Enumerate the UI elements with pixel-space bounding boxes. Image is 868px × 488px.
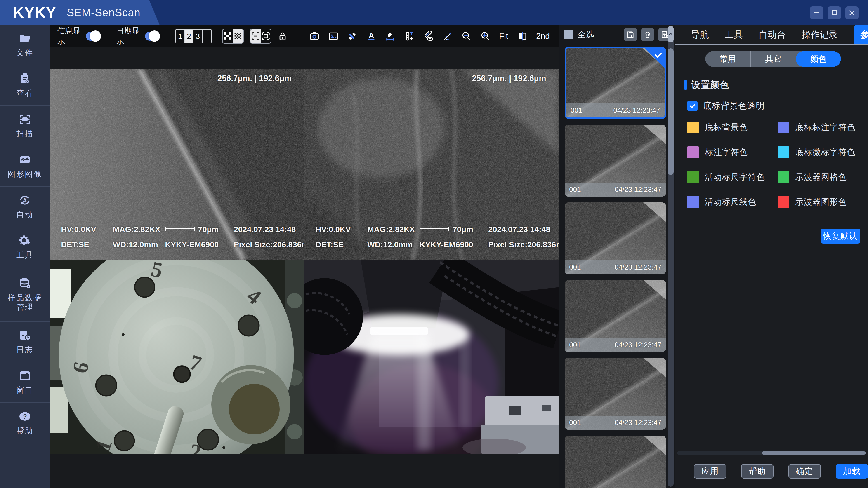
color-swatch[interactable]: [778, 147, 789, 158]
restore-defaults-button[interactable]: 恢复默认: [820, 229, 860, 243]
delete-icon: [644, 31, 651, 38]
scrollbar-thumb[interactable]: [668, 48, 674, 175]
fine-grid-icon[interactable]: [233, 29, 243, 43]
split-view-icon[interactable]: [517, 30, 528, 42]
sidebar-item-tools[interactable]: 工具: [0, 227, 50, 267]
date-display-toggle[interactable]: [145, 32, 159, 41]
full-frame-icon[interactable]: [260, 29, 271, 43]
text-annotation-icon[interactable]: A: [366, 30, 377, 42]
minimize-button[interactable]: [810, 6, 823, 20]
thumbnail-item[interactable]: 00104/23 12:23:47: [565, 47, 666, 119]
color-swatch[interactable]: [687, 171, 699, 183]
load-button[interactable]: 加载: [836, 464, 868, 479]
chamber-camera-viewport[interactable]: [304, 260, 559, 454]
scalebar-value: 70μm: [198, 225, 219, 234]
auto-icon: A: [19, 194, 31, 206]
thumbnail-meta: 00104/23 12:23:47: [565, 338, 666, 352]
tab-auto-stage[interactable]: 自动台: [758, 25, 786, 44]
frame-1-button[interactable]: 1: [176, 30, 185, 43]
thumbnail-item[interactable]: 00104/23 12:23:47: [565, 280, 666, 352]
delete-button[interactable]: [641, 28, 654, 41]
checkbox-checked-icon[interactable]: [687, 101, 698, 111]
subtab-common[interactable]: 常用: [705, 51, 751, 67]
thumbnail-item[interactable]: 00104/23 12:23:47: [565, 202, 666, 274]
save-button[interactable]: [624, 28, 637, 41]
device-readout: KYKY-EM6900: [165, 240, 219, 249]
zoom-out-icon[interactable]: [461, 30, 471, 42]
fit-button[interactable]: Fit: [499, 31, 508, 41]
sidebar-item-log[interactable]: 日志: [0, 322, 50, 362]
thumbnail-item[interactable]: 00104/23 12:23:47: [565, 125, 666, 197]
sem-metadata: HV:0.0KV MAG:2.82KX 70μm 2024.07.23 14:4…: [61, 217, 296, 260]
sidebar-item-graphics[interactable]: 图形图像: [0, 146, 50, 187]
sidebar-item-view[interactable]: 查看: [0, 65, 50, 106]
select-all-checkbox[interactable]: [564, 30, 573, 39]
frame-2-button[interactable]: 2: [185, 30, 193, 43]
color-swatch[interactable]: [778, 171, 789, 183]
subtab-other[interactable]: 其它: [751, 51, 796, 67]
minimize-icon: [813, 9, 820, 17]
info-display-toggle[interactable]: [86, 32, 100, 41]
lock-icon[interactable]: [277, 30, 288, 42]
color-swatch[interactable]: [778, 196, 789, 208]
toolbar-divider: [299, 26, 299, 46]
sidebar-item-scan[interactable]: 扫描: [0, 106, 50, 146]
confirm-button[interactable]: 确定: [788, 464, 821, 479]
maximize-button[interactable]: [828, 6, 841, 20]
toolbar: 信息显示 日期显示 1 2 3: [50, 25, 559, 47]
marker-measure-icon[interactable]: [385, 30, 396, 42]
select-all-label: 全选: [578, 29, 594, 40]
zoom-in-icon[interactable]: [480, 30, 491, 42]
sidebar-item-sample-data[interactable]: 样品数据管理: [0, 267, 50, 322]
sidebar-item-window[interactable]: 窗口: [0, 362, 50, 402]
panel-footer: 应用 帮助 确定 加载: [675, 455, 868, 488]
stage-camera-viewport[interactable]: 5 4 6 7 1 2: [50, 260, 304, 454]
sidebar: 文件 查看 扫描 图形图像: [0, 25, 50, 488]
panel-horizontal-scrollbar[interactable]: [677, 451, 866, 455]
sidebar-item-help[interactable]: ? 帮助: [0, 402, 50, 443]
close-button[interactable]: [845, 6, 859, 20]
scrollbar-thumb[interactable]: [762, 451, 866, 455]
image-icon[interactable]: [328, 30, 339, 42]
mag-readout: MAG:2.82KX: [367, 225, 415, 234]
thumbnail-item[interactable]: 00104/23 12:23:47: [565, 358, 666, 430]
ruler-add-icon[interactable]: T: [404, 30, 414, 42]
tab-parameter-settings[interactable]: 参数设置: [854, 25, 868, 44]
help-button[interactable]: 帮助: [741, 464, 774, 479]
pixel-size-readout: Pixel Size:206.836nm: [488, 240, 559, 249]
sidebar-item-file[interactable]: 文件: [0, 25, 50, 65]
reduced-scan-icon[interactable]: [250, 29, 260, 43]
preview-icon: [661, 31, 669, 38]
svg-text:T: T: [410, 31, 413, 36]
sem-viewport-1[interactable]: 256.7μm. | 192.6μm HV:0.0KV MAG:2.82KX 7…: [50, 69, 304, 260]
datetime-readout: 2024.07.23 14:48: [488, 225, 550, 234]
sem-metadata: HV:0.0KV MAG:2.82KX 70μm 2024.07.23 14:4…: [315, 217, 551, 260]
second-button[interactable]: 2nd: [536, 31, 550, 41]
tab-tools[interactable]: 工具: [725, 25, 743, 44]
repair-tools-icon[interactable]: [347, 30, 358, 42]
stage-camera-image: 5 4 6 7 1 2: [50, 260, 304, 454]
thumbnail-scrollbar[interactable]: [668, 26, 674, 487]
coarse-grid-icon[interactable]: [223, 29, 233, 43]
thumbnail-item[interactable]: 00104/23 12:23:47: [565, 435, 666, 488]
angle-measure-icon[interactable]: [442, 30, 453, 42]
tab-navigation[interactable]: 导航: [691, 25, 709, 44]
capture-icon[interactable]: [309, 30, 320, 42]
sem-viewport-2[interactable]: 256.7μm. | 192.6μm HV:0.0KV MAG:2.82KX 7…: [304, 69, 559, 260]
tab-operation-log[interactable]: 操作记录: [802, 25, 838, 44]
color-swatch[interactable]: [778, 122, 789, 133]
scroll-up-button[interactable]: [668, 26, 674, 42]
datetime-readout: 2024.07.23 14:48: [234, 225, 296, 234]
scalebar-value: 70μm: [453, 225, 473, 234]
sidebar-item-auto[interactable]: A 自动: [0, 187, 50, 227]
ruler-view-icon[interactable]: [423, 30, 434, 42]
frame-3-button[interactable]: 3: [193, 30, 202, 43]
transparent-background-checkbox-row[interactable]: 底标背景色透明: [687, 100, 868, 111]
color-swatch[interactable]: [687, 147, 699, 158]
color-swatch[interactable]: [687, 196, 699, 208]
color-swatch[interactable]: [687, 122, 699, 133]
apply-button[interactable]: 应用: [694, 464, 726, 479]
subtab-color[interactable]: 颜色: [796, 51, 841, 67]
sample-data-icon: [19, 277, 31, 290]
frame-4-button[interactable]: [203, 30, 211, 43]
